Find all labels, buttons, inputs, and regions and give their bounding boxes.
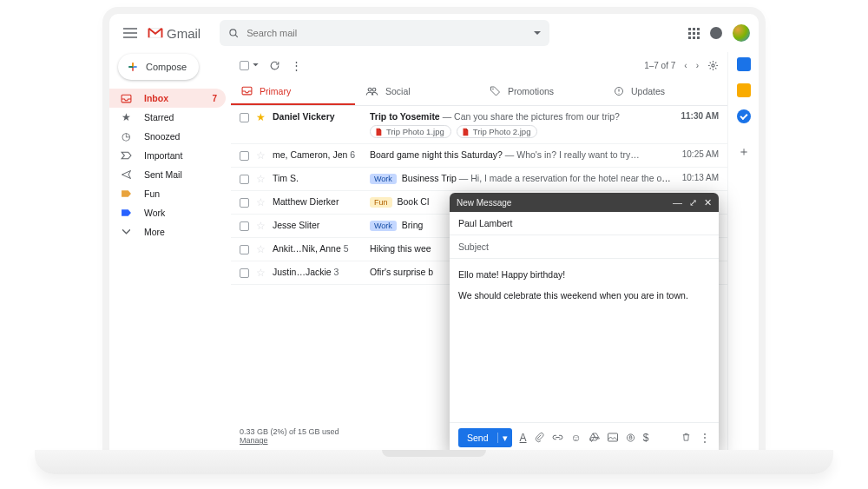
plus-icon: [127, 61, 139, 73]
google-apps-icon[interactable]: [688, 28, 700, 39]
tab-updates[interactable]: Updates: [603, 78, 727, 105]
account-avatar[interactable]: [733, 24, 750, 42]
add-app-icon[interactable]: ＋: [738, 144, 750, 160]
format-icon[interactable]: A: [520, 432, 527, 444]
email-sender: Ankit…Nik, Anne 5: [273, 243, 370, 254]
send-button[interactable]: Send ▾: [458, 428, 512, 447]
svg-point-6: [492, 89, 494, 90]
row-checkbox[interactable]: [240, 113, 249, 122]
star-icon[interactable]: ☆: [256, 243, 266, 255]
inbox-icon: [120, 94, 132, 103]
send-label: Send: [458, 433, 497, 443]
email-time: 11:30 AM: [672, 111, 719, 121]
search-bar[interactable]: [220, 20, 549, 46]
tab-label: Updates: [631, 86, 665, 96]
keep-app-icon[interactable]: [737, 83, 751, 97]
send-options-caret[interactable]: ▾: [497, 433, 512, 443]
attachment-chip[interactable]: Trip Photo 1.jpg: [370, 125, 451, 138]
settings-gear-icon[interactable]: [707, 60, 719, 71]
email-row[interactable]: ☆me, Cameron, Jen 6Board game night this…: [231, 144, 727, 168]
label-tag: Work: [370, 221, 397, 231]
email-subject: Ofir's surprise b: [370, 267, 433, 277]
email-snippet: — Who's in? I really want to try…: [503, 149, 640, 160]
row-checkbox[interactable]: [240, 268, 249, 278]
more-actions-icon[interactable]: ⋮: [291, 60, 302, 71]
manage-storage-link[interactable]: Manage: [240, 436, 268, 445]
compose-title: New Message: [457, 198, 511, 208]
compose-close-icon[interactable]: ✕: [704, 197, 712, 208]
drive-icon[interactable]: [589, 433, 600, 442]
calendar-app-icon[interactable]: [737, 57, 751, 71]
svg-point-4: [368, 88, 372, 91]
emoji-icon[interactable]: ☺: [571, 432, 582, 444]
nav-label: Fun: [144, 188, 160, 199]
tab-social[interactable]: Social: [355, 78, 479, 105]
attach-icon[interactable]: [535, 432, 544, 443]
link-icon[interactable]: [552, 433, 563, 442]
row-checkbox[interactable]: [240, 245, 249, 254]
star-icon[interactable]: ☆: [256, 173, 266, 185]
nav-label: Starred: [144, 112, 174, 122]
compose-body[interactable]: Ello mate! Happy birthday! We should cel…: [450, 259, 719, 422]
sidebar-item-work[interactable]: Work: [109, 203, 226, 222]
star-icon[interactable]: ☆: [256, 267, 266, 279]
main-menu-button[interactable]: [118, 21, 142, 45]
star-icon[interactable]: ★: [256, 111, 266, 123]
compose-to-field[interactable]: Paul Lambert: [450, 212, 719, 235]
sidebar-item-sent-mail[interactable]: Sent Mail: [109, 165, 226, 184]
star-icon[interactable]: ☆: [256, 196, 266, 208]
tab-primary[interactable]: Primary: [231, 78, 355, 105]
compose-expand-icon[interactable]: ⤢: [689, 197, 697, 208]
select-menu-caret[interactable]: [253, 63, 259, 67]
row-checkbox[interactable]: [240, 151, 249, 161]
sidebar-item-starred[interactable]: ★Starred: [109, 108, 226, 127]
money-icon[interactable]: $: [643, 432, 649, 444]
compose-minimize-icon[interactable]: —: [673, 197, 682, 208]
app-name: Gmail: [167, 26, 201, 41]
email-sender: Justin…Jackie 3: [273, 267, 370, 277]
prev-page-icon[interactable]: ‹: [684, 61, 687, 70]
nav-label: More: [144, 227, 165, 237]
notifications-icon[interactable]: [710, 27, 722, 39]
star-icon[interactable]: ☆: [256, 220, 266, 232]
email-sender: Tim S.: [273, 173, 370, 183]
tab-label: Primary: [260, 86, 291, 96]
discard-draft-icon[interactable]: [681, 432, 691, 444]
sidebar-item-inbox[interactable]: Inbox7: [109, 89, 226, 108]
row-checkbox[interactable]: [240, 198, 249, 208]
row-checkbox[interactable]: [240, 175, 249, 184]
email-time: 10:25 AM: [672, 149, 719, 159]
email-row[interactable]: ☆Tim S.WorkBusiness Trip — Hi, I made a …: [231, 168, 727, 191]
select-all-checkbox[interactable]: [240, 61, 249, 70]
compose-body-line: We should celebrate this weekend when yo…: [458, 288, 710, 302]
tab-promotions[interactable]: Promotions: [479, 78, 603, 105]
compose-more-icon[interactable]: ⋮: [700, 432, 710, 444]
svg-point-0: [230, 29, 236, 35]
search-options-caret[interactable]: [534, 31, 541, 36]
attachment-chip[interactable]: Trip Photo 2.jpg: [457, 125, 538, 138]
email-sender: Matthew Dierker: [273, 196, 370, 207]
compose-subject-field[interactable]: Subject: [450, 235, 719, 259]
sidebar-item-fun[interactable]: Fun: [109, 184, 226, 203]
sidebar-item-snoozed[interactable]: ◷Snoozed: [109, 127, 226, 146]
star-icon[interactable]: ☆: [256, 149, 266, 162]
label-tag: Work: [370, 174, 397, 184]
search-icon: [228, 28, 240, 39]
nav-label: Inbox: [144, 93, 168, 103]
email-subject: Book Cl: [398, 196, 430, 207]
search-input[interactable]: [247, 28, 534, 38]
email-row[interactable]: ★Daniel VickeryTrip to Yosemite — Can yo…: [231, 106, 727, 144]
gmail-logo: Gmail: [148, 26, 201, 41]
refresh-icon[interactable]: [269, 60, 280, 71]
insert-photo-icon[interactable]: [608, 433, 618, 442]
sidebar-item-important[interactable]: Important: [109, 146, 226, 165]
nav-label: Work: [144, 208, 165, 218]
sidebar-item-more[interactable]: More: [109, 222, 226, 241]
confidential-icon[interactable]: [626, 433, 635, 443]
compose-label: Compose: [146, 62, 187, 72]
tasks-app-icon[interactable]: [737, 109, 751, 123]
compose-button[interactable]: Compose: [118, 54, 199, 80]
label-icon: [120, 208, 132, 217]
row-checkbox[interactable]: [240, 221, 249, 231]
next-page-icon[interactable]: ›: [696, 61, 699, 70]
